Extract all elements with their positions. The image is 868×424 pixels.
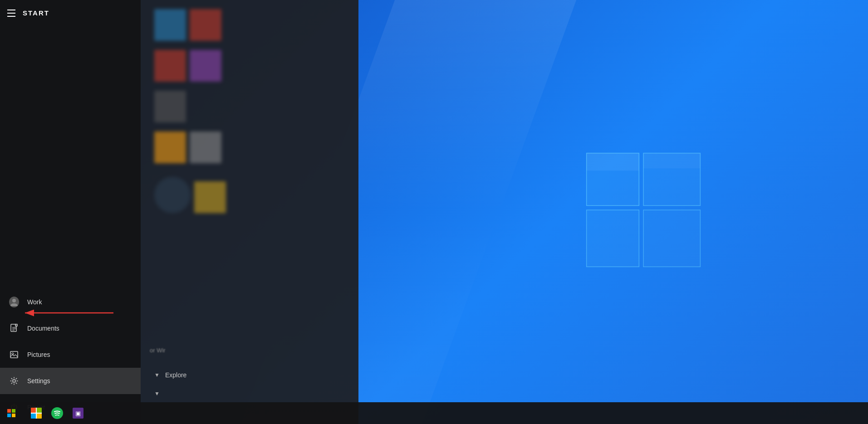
tile-group-1 <box>141 0 358 226</box>
sidebar-item-documents[interactable]: Documents <box>0 315 141 341</box>
gear-icon <box>9 376 19 386</box>
svg-rect-17 <box>7 409 11 413</box>
sidebar-spacer <box>0 27 141 289</box>
svg-rect-8 <box>15 324 17 326</box>
documents-label: Documents <box>27 325 59 332</box>
taskbar: ▣ <box>0 402 868 424</box>
partial-text: or Wir <box>150 347 166 354</box>
tiles-panel: ▼ Explore or Wir ▼ <box>141 0 358 424</box>
chevron-down-icon: ▼ <box>154 372 160 378</box>
explore-section: ▼ Explore <box>141 367 358 383</box>
document-icon <box>9 323 19 333</box>
tile-5[interactable] <box>154 91 186 122</box>
start-title: START <box>23 9 49 17</box>
svg-rect-19 <box>7 414 11 417</box>
sidebar-item-work[interactable]: Work <box>0 289 141 315</box>
svg-rect-20 <box>12 414 15 417</box>
sidebar: START Work <box>0 0 141 424</box>
tile-4[interactable] <box>190 50 221 82</box>
settings-label: Settings <box>27 377 50 385</box>
tile-3[interactable] <box>154 50 186 82</box>
explore-label: Explore <box>165 371 186 379</box>
taskbar-app-spotify[interactable] <box>47 403 67 423</box>
svg-rect-3 <box>643 210 700 267</box>
svg-rect-12 <box>10 351 18 358</box>
sidebar-item-settings[interactable]: Settings <box>0 368 141 394</box>
pictures-icon <box>9 350 19 360</box>
sidebar-header: START <box>0 4 141 22</box>
tile-2[interactable] <box>190 9 221 41</box>
svg-rect-25 <box>37 414 42 419</box>
taskbar-apps: ▣ <box>26 403 88 423</box>
svg-rect-4 <box>587 153 639 171</box>
avatar <box>9 297 19 307</box>
work-label: Work <box>27 298 42 306</box>
pictures-label: Pictures <box>27 351 50 358</box>
hamburger-button[interactable] <box>7 10 15 17</box>
tiles-content <box>141 0 358 367</box>
svg-rect-18 <box>12 409 15 413</box>
svg-rect-23 <box>37 408 42 413</box>
tile-1[interactable] <box>154 9 186 41</box>
avatar-icon <box>9 297 19 307</box>
tile-8[interactable] <box>154 177 191 213</box>
start-menu: START Work <box>0 0 358 424</box>
svg-rect-24 <box>31 414 36 419</box>
annotation-arrow <box>23 312 113 313</box>
tile-9[interactable] <box>194 181 226 213</box>
taskbar-start-button[interactable] <box>0 402 23 424</box>
svg-text:▣: ▣ <box>75 410 81 417</box>
windows-logo <box>582 149 709 276</box>
taskbar-app-store[interactable] <box>26 403 46 423</box>
chevron-up-icon: ▼ <box>154 390 160 397</box>
svg-point-13 <box>12 353 14 355</box>
svg-rect-22 <box>31 408 36 413</box>
tile-6[interactable] <box>154 132 186 163</box>
svg-rect-5 <box>643 153 700 168</box>
tile-7[interactable] <box>190 132 221 163</box>
svg-point-6 <box>12 299 16 302</box>
svg-rect-2 <box>587 210 639 267</box>
svg-point-14 <box>13 380 15 382</box>
sidebar-item-pictures[interactable]: Pictures <box>0 341 141 368</box>
taskbar-app-extra[interactable]: ▣ <box>68 403 88 423</box>
